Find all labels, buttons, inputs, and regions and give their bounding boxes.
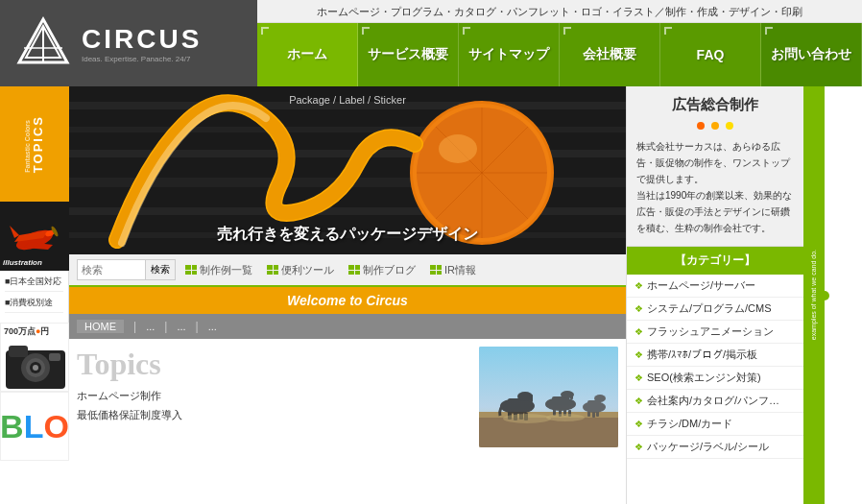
nav-ir[interactable]: IR情報 — [425, 261, 481, 279]
hero-subtitle: Package / Label / Sticker — [69, 94, 626, 106]
search-box: 検索 — [77, 259, 176, 280]
topics-label: TOPICS — [31, 115, 45, 173]
cat-item-mobile[interactable]: ❖ 携帯/ｽﾏﾎ/ブログ/掲示板 — [627, 344, 803, 367]
dot-orange — [697, 122, 705, 130]
cat-arrow-icon: ❖ — [635, 372, 643, 383]
nav-corner-icon — [563, 27, 573, 36]
blog-box: B L O — [0, 392, 69, 461]
cat-item-flash[interactable]: ❖ フラッシュアニメーション — [627, 321, 803, 344]
blog-o-letter: O — [43, 408, 68, 445]
breadcrumb-item4[interactable]: ... — [208, 321, 217, 332]
price-label: 700万点●円 — [4, 326, 49, 338]
nav-blog[interactable]: 制作ブログ — [344, 261, 420, 279]
grid-icon — [267, 265, 278, 275]
grid-icon — [348, 265, 360, 275]
cat-item-catalog[interactable]: ❖ 会社案内/カタログ/パンフ… — [627, 390, 803, 413]
topics-heading: Topics — [77, 347, 469, 382]
breadcrumb-item2[interactable]: ... — [146, 321, 155, 332]
nav-faq-label: FAQ — [697, 47, 725, 62]
categories-list: ❖ ホームページ/サーバー ❖ システム/プログラム/CMS ❖ フラッシュアニ… — [627, 275, 803, 504]
top-bar: ホームページ・プログラム・カタログ・パンフレット・ロゴ・イラスト／制作・作成・デ… — [257, 0, 862, 23]
hero-image: Package / Label / Sticker 売れ行きを変えるパッケージデ… — [69, 86, 626, 254]
cat-arrow-icon: ❖ — [635, 303, 643, 314]
grid-icon — [430, 265, 442, 275]
breadcrumb-sep2: | — [164, 320, 167, 333]
nav-corner-icon — [664, 27, 674, 36]
main-content: TOPICS Fantastic Colors illustrati — [0, 86, 862, 504]
cat-arrow-icon: ❖ — [635, 326, 643, 337]
cat-item-cms[interactable]: ❖ システム/プログラム/CMS — [627, 298, 803, 321]
right-edge-bar: examples of what we cand do. — [803, 86, 825, 504]
svg-point-16 — [33, 365, 38, 371]
dot-yellow — [711, 122, 719, 130]
nav-service[interactable]: サービス概要 — [358, 23, 459, 86]
breadcrumb-sep1: | — [133, 320, 136, 333]
ad-title: 広告総合制作 — [636, 96, 794, 114]
horses-image — [479, 347, 618, 447]
center-main: Topics ホームページ制作 最低価格保証制度導入 — [69, 339, 626, 504]
right-sidebar: 広告総合制作 株式会社サーカスは、あらゆる広告・販促物の制作を、ワンストップで提… — [626, 86, 803, 504]
search-input[interactable] — [78, 260, 145, 279]
hero-nav-bar: 検索 制作例一覧 便利ツール — [69, 254, 626, 287]
circus-logo-icon — [14, 14, 72, 72]
nav-faq[interactable]: FAQ — [660, 23, 761, 86]
nav-about[interactable]: 会社概要 — [560, 23, 660, 86]
grid-icon — [185, 265, 197, 275]
edge-label: examples of what we cand do. — [810, 250, 818, 340]
sidebar-text-tax: ■消費税別途 — [5, 297, 63, 313]
cat-item-package[interactable]: ❖ パッケージ/ラベル/シール — [627, 436, 803, 459]
svg-rect-47 — [570, 393, 573, 399]
nav-sitemap-label: サイトマップ — [468, 46, 549, 63]
nav-tools[interactable]: 便利ツール — [262, 261, 339, 279]
breadcrumb-bar: HOME | ... | ... | ... — [69, 314, 626, 339]
nav-contact[interactable]: お問い合わせ — [761, 23, 862, 86]
nav-area: ホームページ・プログラム・カタログ・パンフレット・ロゴ・イラスト／制作・作成・デ… — [257, 0, 862, 86]
breadcrumb-home[interactable]: HOME — [77, 320, 124, 333]
cat-item-flyer[interactable]: ❖ チラシ/DM/カード — [627, 413, 803, 436]
nav-examples[interactable]: 制作例一覧 — [180, 261, 257, 279]
search-button[interactable]: 検索 — [145, 260, 175, 279]
topics-sub-label: Fantastic Colors — [24, 120, 31, 173]
nav-corner-icon — [362, 27, 371, 36]
ad-dots — [636, 119, 794, 132]
svg-point-59 — [546, 414, 585, 421]
header: CIRCUS Ideas. Expertise. Panache. 24/7 ホ… — [0, 0, 862, 86]
logo-area: CIRCUS Ideas. Expertise. Panache. 24/7 — [0, 0, 257, 86]
nav-home[interactable]: ホーム — [257, 23, 358, 86]
svg-rect-17 — [49, 353, 60, 361]
dot-lightyellow — [726, 122, 733, 130]
horses-svg — [479, 347, 618, 447]
nav-home-label: ホーム — [287, 46, 327, 63]
sidebar-text-japan: ■日本全国対応 — [5, 276, 63, 292]
nav-sitemap[interactable]: サイトマップ — [459, 23, 560, 86]
sidebar-text-area: ■日本全国対応 ■消費税別途 — [0, 271, 69, 323]
left-sidebar: TOPICS Fantastic Colors illustrati — [0, 86, 69, 504]
cat-item-homepage[interactable]: ❖ ホームページ/サーバー — [627, 275, 803, 298]
svg-rect-12 — [9, 346, 28, 357]
svg-rect-39 — [529, 395, 533, 402]
ad-box: 広告総合制作 株式会社サーカスは、あらゆる広告・販促物の制作を、ワンストップで提… — [627, 86, 803, 247]
nav-corner-icon — [463, 27, 472, 36]
nav-service-label: サービス概要 — [368, 46, 448, 63]
plane-label: illustration — [3, 258, 42, 267]
svg-rect-56 — [592, 412, 595, 418]
svg-point-58 — [503, 414, 551, 423]
nav-bar: ホーム サービス概要 サイトマップ 会社概要 FAQ お問い合わせ — [257, 23, 862, 86]
hero-area: Package / Label / Sticker 売れ行きを変えるパッケージデ… — [69, 86, 626, 504]
cat-item-seo[interactable]: ❖ SEO(検索エンジン対策) — [627, 367, 803, 390]
hero-caption: 売れ行きを変えるパッケージデザイン — [69, 225, 626, 245]
blog-l-letter: L — [24, 408, 44, 445]
svg-rect-45 — [552, 396, 569, 410]
breadcrumb-item3[interactable]: ... — [177, 321, 185, 332]
topics-text: ホームページ制作 最低価格保証制度導入 — [77, 387, 469, 425]
cat-arrow-icon: ❖ — [635, 396, 643, 406]
cat-arrow-icon: ❖ — [635, 419, 643, 429]
logo-tagline: Ideas. Expertise. Panache. 24/7 — [82, 55, 202, 63]
blog-b-letter: B — [0, 408, 24, 445]
nav-about-label: 会社概要 — [583, 46, 636, 63]
nav-corner-icon — [765, 27, 775, 36]
cat-arrow-icon: ❖ — [635, 442, 643, 452]
camera-box: 700万点●円 — [0, 323, 69, 392]
right-edge-dot — [820, 291, 829, 300]
cat-arrow-icon: ❖ — [635, 280, 643, 291]
